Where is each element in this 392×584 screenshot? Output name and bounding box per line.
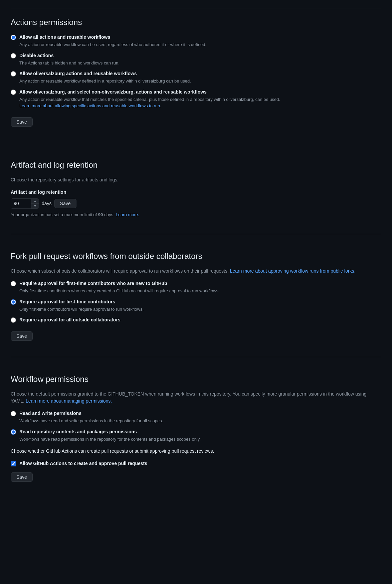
radio-allow-select[interactable] xyxy=(11,90,16,95)
divider-3 xyxy=(11,357,381,357)
retention-note-days: 90 xyxy=(98,212,103,217)
workflow-radio-group: Read and write permissions Workflows hav… xyxy=(11,410,381,442)
radio-desc-read-only: Workflows have read permissions in the r… xyxy=(19,436,381,443)
radio-desc-read-write: Workflows have read and write permission… xyxy=(19,418,381,424)
fork-pull-request-description: Choose which subset of outside collabora… xyxy=(11,268,381,275)
radio-content-read-write: Read and write permissions Workflows hav… xyxy=(19,410,381,424)
radio-item-first-time: Require approval for first-time contribu… xyxy=(11,298,381,313)
spinner-up-button[interactable]: ▲ xyxy=(31,199,39,204)
artifact-field-label: Artifact and log retention xyxy=(11,189,381,196)
radio-first-time-new[interactable] xyxy=(11,281,16,286)
allow-pr-checkbox-label[interactable]: Allow GitHub Actions to create and appro… xyxy=(19,460,147,467)
artifact-retention-title: Artifact and log retention xyxy=(11,159,381,171)
radio-label-allow-select[interactable]: Allow oliversalzburg, and select non-oli… xyxy=(19,89,207,95)
radio-content-first-time-new: Require approval for first-time contribu… xyxy=(19,280,381,294)
radio-content-allow-org: Allow oliversalzburg actions and reusabl… xyxy=(19,70,381,85)
days-input[interactable] xyxy=(11,199,31,208)
radio-label-all-outside[interactable]: Require approval for all outside collabo… xyxy=(19,317,121,322)
radio-label-first-time[interactable]: Require approval for first-time contribu… xyxy=(19,299,115,304)
radio-read-write[interactable] xyxy=(11,411,16,416)
allow-pr-checkbox-item: Allow GitHub Actions to create and appro… xyxy=(11,460,381,467)
fork-description-text: Choose which subset of outside collabora… xyxy=(11,268,229,274)
fork-learn-more-link[interactable]: Learn more about approving workflow runs… xyxy=(230,268,356,274)
pr-section-description: Choose whether GitHub Actions can create… xyxy=(11,448,381,455)
divider-2 xyxy=(11,234,381,234)
radio-item-read-write: Read and write permissions Workflows hav… xyxy=(11,410,381,424)
workflow-permissions-save-button[interactable]: Save xyxy=(11,472,33,482)
actions-permissions-section: Actions permissions Allow all actions an… xyxy=(11,8,381,135)
retention-note-suffix: days. xyxy=(103,212,115,217)
radio-allow-org[interactable] xyxy=(11,71,16,77)
spinner-down-button[interactable]: ▼ xyxy=(31,204,39,208)
radio-content-allow-all: Allow all actions and reusable workflows… xyxy=(19,34,381,48)
radio-item-disable: Disable actions The Actions tab is hidde… xyxy=(11,52,381,66)
retention-note: Your organization has set a maximum limi… xyxy=(11,211,381,218)
radio-content-allow-select: Allow oliversalzburg, and select non-oli… xyxy=(19,89,381,109)
retention-row: ▲ ▼ days Save xyxy=(11,198,381,209)
radio-item-read-only: Read repository contents and packages pe… xyxy=(11,428,381,443)
fork-pull-request-section: Fork pull request workflows from outside… xyxy=(11,242,381,349)
radio-item-allow-org: Allow oliversalzburg actions and reusabl… xyxy=(11,70,381,85)
divider-1 xyxy=(11,143,381,143)
fork-pull-request-save-button[interactable]: Save xyxy=(11,331,33,341)
actions-permissions-title: Actions permissions xyxy=(11,16,381,28)
radio-first-time[interactable] xyxy=(11,299,16,305)
number-spinners: ▲ ▼ xyxy=(31,199,39,208)
days-unit-label: days xyxy=(42,200,52,207)
radio-label-disable[interactable]: Disable actions xyxy=(19,53,54,58)
radio-item-allow-all: Allow all actions and reusable workflows… xyxy=(11,34,381,48)
radio-desc-disable: The Actions tab is hidden and no workflo… xyxy=(19,60,381,66)
retention-note-prefix: Your organization has set a maximum limi… xyxy=(11,212,98,217)
artifact-retention-save-button[interactable]: Save xyxy=(54,199,76,208)
allow-pr-checkbox[interactable] xyxy=(11,461,16,466)
radio-content-disable: Disable actions The Actions tab is hidde… xyxy=(19,52,381,66)
radio-desc-allow-select: Any action or reusable workflow that mat… xyxy=(19,96,381,109)
radio-label-first-time-new[interactable]: Require approval for first-time contribu… xyxy=(19,281,167,286)
radio-label-read-only[interactable]: Read repository contents and packages pe… xyxy=(19,429,137,434)
radio-desc-allow-all: Any action or reusable workflow can be u… xyxy=(19,41,381,48)
artifact-retention-section: Artifact and log retention Choose the re… xyxy=(11,151,381,226)
retention-learn-more-link[interactable]: Learn more. xyxy=(116,212,139,217)
radio-label-allow-org[interactable]: Allow oliversalzburg actions and reusabl… xyxy=(19,71,137,76)
radio-item-all-outside: Require approval for all outside collabo… xyxy=(11,316,381,323)
actions-permissions-radio-group: Allow all actions and reusable workflows… xyxy=(11,34,381,109)
learn-more-specific-actions-link[interactable]: Learn more about allowing specific actio… xyxy=(19,103,161,108)
radio-desc-allow-org: Any action or reusable workflow defined … xyxy=(19,78,381,85)
radio-content-first-time: Require approval for first-time contribu… xyxy=(19,298,381,313)
radio-content-all-outside: Require approval for all outside collabo… xyxy=(19,316,381,323)
days-input-wrapper: ▲ ▼ xyxy=(11,198,39,209)
workflow-permissions-section: Workflow permissions Choose the default … xyxy=(11,365,381,490)
radio-read-only[interactable] xyxy=(11,429,16,435)
radio-label-allow-all[interactable]: Allow all actions and reusable workflows xyxy=(19,34,110,40)
radio-item-first-time-new: Require approval for first-time contribu… xyxy=(11,280,381,294)
workflow-learn-more-link[interactable]: Learn more about managing permissions. xyxy=(26,398,112,404)
radio-content-read-only: Read repository contents and packages pe… xyxy=(19,428,381,443)
radio-allow-all[interactable] xyxy=(11,35,16,40)
radio-item-allow-select: Allow oliversalzburg, and select non-oli… xyxy=(11,89,381,109)
workflow-permissions-description: Choose the default permissions granted t… xyxy=(11,391,381,405)
radio-disable[interactable] xyxy=(11,53,16,58)
radio-label-read-write[interactable]: Read and write permissions xyxy=(19,411,81,416)
actions-permissions-save-button[interactable]: Save xyxy=(11,117,33,127)
artifact-retention-description: Choose the repository settings for artif… xyxy=(11,176,381,183)
workflow-permissions-title: Workflow permissions xyxy=(11,373,381,385)
radio-desc-first-time-new: Only first-time contributors who recentl… xyxy=(19,288,381,294)
radio-all-outside[interactable] xyxy=(11,317,16,323)
fork-radio-group: Require approval for first-time contribu… xyxy=(11,280,381,323)
radio-desc-first-time: Only first-time contributors will requir… xyxy=(19,306,381,313)
fork-pull-request-title: Fork pull request workflows from outside… xyxy=(11,250,381,262)
